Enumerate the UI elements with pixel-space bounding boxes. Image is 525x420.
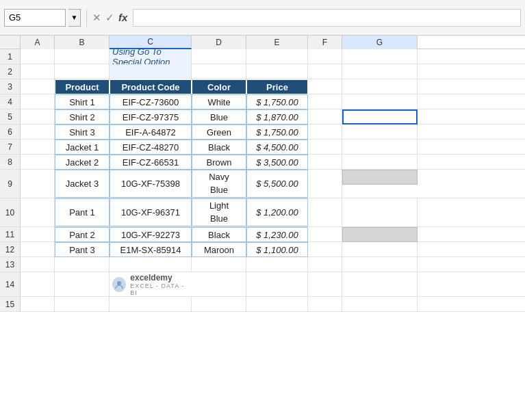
cell-d5[interactable]: Blue [192,109,246,124]
cell-e11[interactable]: $ 1,230.00 [246,227,308,242]
cell-b1[interactable] [55,49,110,64]
cell-d8[interactable]: Brown [192,155,246,170]
cell-b4[interactable]: Shirt 1 [55,94,110,109]
col-header-b[interactable]: B [55,36,110,49]
cell-g2[interactable] [342,64,418,79]
cell-g8[interactable] [342,155,418,170]
cell-b8[interactable]: Jacket 2 [55,155,110,170]
cell-c8[interactable]: EIF-CZ-66531 [110,155,192,170]
cancel-icon[interactable]: ✕ [92,12,101,24]
cell-f9[interactable] [308,170,342,198]
cell-a5[interactable] [21,109,55,124]
col-header-g[interactable]: G [342,36,418,49]
cell-g7[interactable] [342,140,418,155]
cell-c15[interactable] [110,297,192,312]
confirm-icon[interactable]: ✓ [105,12,114,24]
cell-c2[interactable] [110,64,192,79]
cell-b3-header[interactable]: Product [55,79,110,94]
cell-b2[interactable] [55,64,110,79]
cell-d3-header[interactable]: Color [192,79,246,94]
cell-f15[interactable] [308,297,342,312]
cell-c3-header[interactable]: Product Code [110,79,192,94]
cell-c9[interactable]: 10G-XF-75398 [110,170,192,198]
cell-c11[interactable]: 10G-XF-92273 [110,227,192,242]
cell-b5[interactable]: Shirt 2 [55,109,110,124]
cell-c7[interactable]: EIF-CZ-48270 [110,140,192,155]
cell-b10[interactable]: Pant 1 [55,198,110,226]
cell-e15[interactable] [246,297,308,312]
cell-b7[interactable]: Jacket 1 [55,140,110,155]
cell-c13[interactable] [110,257,192,272]
cell-g12[interactable] [342,242,418,257]
cell-d4[interactable]: White [192,94,246,109]
cell-e1[interactable] [246,49,308,64]
cell-e9[interactable]: $ 5,500.00 [246,170,308,198]
cell-f4[interactable] [308,94,342,109]
cell-a2[interactable] [21,64,55,79]
cell-g15[interactable] [342,297,418,312]
cell-a13[interactable] [21,257,55,272]
col-header-a[interactable]: A [21,36,55,49]
cell-f10[interactable] [308,198,342,226]
cell-f13[interactable] [308,257,342,272]
cell-a15[interactable] [21,297,55,312]
cell-c5[interactable]: EIF-CZ-97375 [110,109,192,124]
cell-a7[interactable] [21,140,55,155]
cell-a12[interactable] [21,242,55,257]
cell-a11[interactable] [21,227,55,242]
cell-f8[interactable] [308,155,342,170]
cell-f7[interactable] [308,140,342,155]
cell-b12[interactable]: Pant 3 [55,242,110,257]
cell-f12[interactable] [308,242,342,257]
cell-f3[interactable] [308,79,342,94]
cell-d10[interactable]: Light Blue [192,198,246,226]
function-icon[interactable]: fx [118,12,127,23]
cell-g5-active[interactable] [342,109,418,124]
cell-e10[interactable]: $ 1,200.00 [246,198,308,226]
cell-d6[interactable]: Green [192,124,246,140]
col-header-e[interactable]: E [246,36,308,49]
cell-g6[interactable] [342,124,418,140]
cell-g10[interactable] [342,198,418,226]
cell-d9[interactable]: Navy Blue [192,170,246,198]
cell-a6[interactable] [21,124,55,140]
cell-e3-header[interactable]: Price [246,79,308,94]
cell-e13[interactable] [246,257,308,272]
cell-g13[interactable] [342,257,418,272]
cell-f1[interactable] [308,49,342,64]
col-header-d[interactable]: D [192,36,246,49]
cell-b13[interactable] [55,257,110,272]
formula-input[interactable] [133,9,521,27]
cell-g3[interactable] [342,79,418,94]
cell-f6[interactable] [308,124,342,140]
name-box[interactable]: G5 [4,9,66,27]
cell-a3[interactable] [21,79,55,94]
cell-d11[interactable]: Black [192,227,246,242]
cell-c12[interactable]: E1M-SX-85914 [110,242,192,257]
cell-d2[interactable] [192,64,246,79]
cell-b9[interactable]: Jacket 3 [55,170,110,198]
cell-d7[interactable]: Black [192,140,246,155]
cell-c1[interactable]: Using Go To Special Option [110,49,192,64]
cell-b6[interactable]: Shirt 3 [55,124,110,140]
cell-a9[interactable] [21,170,55,198]
cell-e6[interactable]: $ 1,750.00 [246,124,308,140]
cell-b11[interactable]: Pant 2 [55,227,110,242]
cell-d1[interactable] [192,49,246,64]
cell-a10[interactable] [21,198,55,226]
cell-e7[interactable]: $ 4,500.00 [246,140,308,155]
cell-e8[interactable]: $ 3,500.00 [246,155,308,170]
cell-a8[interactable] [21,155,55,170]
cell-b15[interactable] [55,297,110,312]
cell-e4[interactable]: $ 1,750.00 [246,94,308,109]
cell-g1[interactable] [342,49,418,64]
cell-c10[interactable]: 10G-XF-96371 [110,198,192,226]
col-header-f[interactable]: F [308,36,342,49]
cell-a4[interactable] [21,94,55,109]
cell-a14[interactable] [21,272,55,296]
cell-f11[interactable] [308,227,342,242]
cell-a1[interactable] [21,49,55,64]
cell-d12[interactable]: Maroon [192,242,246,257]
cell-c6[interactable]: EIF-A-64872 [110,124,192,140]
cell-d13[interactable] [192,257,246,272]
